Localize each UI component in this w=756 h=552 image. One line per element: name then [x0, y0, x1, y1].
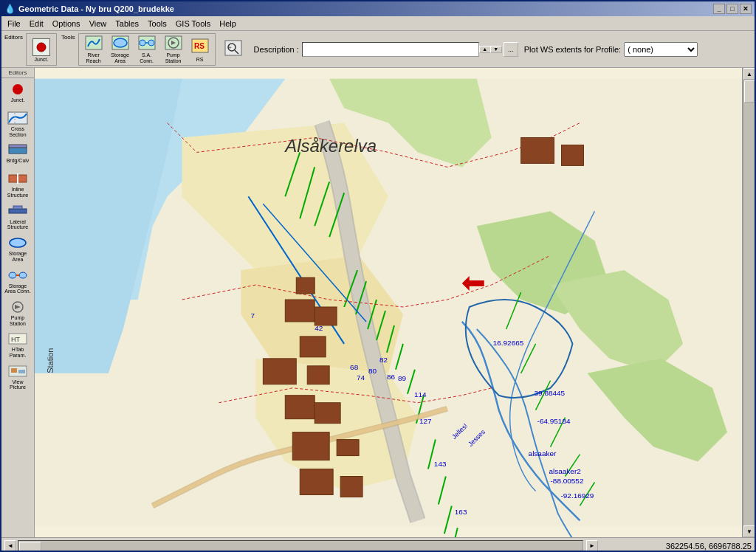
- svg-point-25: [10, 238, 26, 247]
- svg-point-6: [148, 40, 154, 46]
- svg-text:74: 74: [357, 373, 365, 382]
- sidebar-item-view-picture[interactable]: ViewPicture: [3, 362, 32, 393]
- sidebar-item-lateral-structure[interactable]: LateralStructure: [3, 201, 32, 232]
- scroll-right-button[interactable]: ►: [586, 540, 598, 552]
- scroll-left-button[interactable]: ◄: [4, 540, 16, 552]
- sidebar-item-junct[interactable]: Junct.: [3, 80, 32, 108]
- svg-rect-66: [285, 396, 315, 419]
- svg-point-26: [9, 272, 16, 278]
- sidebar-item-inline-structure[interactable]: InlineStructure: [3, 169, 32, 200]
- description-browse[interactable]: ...: [504, 42, 518, 57]
- menu-edit[interactable]: Edit: [25, 18, 48, 30]
- sidebar-item-cross-section[interactable]: CrossSection: [3, 108, 32, 139]
- svg-text:127: 127: [419, 417, 432, 425]
- toolbar-rs[interactable]: RS RS: [187, 35, 213, 65]
- svg-text:42: 42: [315, 324, 323, 332]
- title-bar: 💧 Geometric Data - Ny bru Q200_brudekke …: [1, 1, 755, 16]
- scroll-down-button[interactable]: ▼: [743, 525, 755, 537]
- menu-help[interactable]: Help: [215, 18, 241, 30]
- app-icon: 💧: [4, 4, 16, 14]
- editors-group: Junct.: [26, 33, 57, 66]
- svg-text:-92.16929: -92.16929: [561, 491, 594, 500]
- coordinate-display: 362254.56, 6696788.25: [604, 542, 752, 551]
- svg-text:Alsåkerelva: Alsåkerelva: [284, 136, 377, 156]
- svg-rect-61: [296, 277, 315, 294]
- toolbar-storage-area[interactable]: StorageArea: [107, 35, 134, 65]
- main-area: Editors Junct. Cr: [1, 68, 755, 537]
- svg-text:alsaaker: alsaaker: [529, 449, 557, 458]
- svg-text:163: 163: [455, 508, 467, 516]
- svg-text:143: 143: [434, 460, 447, 468]
- scroll-up-button[interactable]: ▲: [743, 68, 755, 80]
- horizontal-scroll-track[interactable]: [18, 540, 583, 552]
- svg-rect-71: [340, 477, 362, 497]
- svg-text:+: +: [228, 44, 232, 51]
- svg-rect-65: [307, 366, 329, 384]
- svg-text:-64.95184: -64.95184: [537, 417, 571, 425]
- svg-rect-24: [13, 206, 22, 209]
- menu-tables[interactable]: Tables: [111, 18, 143, 30]
- svg-rect-64: [263, 359, 296, 384]
- description-scroll-down[interactable]: ▼: [490, 46, 502, 53]
- svg-text:7: 7: [250, 311, 255, 320]
- sidebar: Editors Junct. Cr: [1, 68, 35, 537]
- sidebar-item-htab-param[interactable]: HT HTabParam.: [3, 329, 32, 360]
- menu-file[interactable]: File: [3, 18, 25, 30]
- svg-point-0: [37, 43, 46, 52]
- menu-gis-tools[interactable]: GIS Tools: [171, 18, 216, 30]
- plot-label: Plot WS extents for Profile:: [524, 45, 621, 54]
- svg-text:89: 89: [398, 374, 407, 382]
- svg-text:HT: HT: [11, 336, 20, 343]
- menu-bar: File Edit Options View Tables Tools GIS …: [1, 16, 755, 31]
- sidebar-item-storage-area-conn[interactable]: StorageArea Conn.: [3, 266, 32, 297]
- svg-rect-69: [337, 440, 359, 456]
- toolbar-river-reach[interactable]: RiverReach: [80, 35, 107, 65]
- svg-rect-20: [9, 145, 27, 148]
- map-container[interactable]: Alsåkerelva 7 42 68 74 80 82 86 89 114 1…: [35, 68, 743, 537]
- editors-label: Editors: [4, 32, 23, 41]
- toolbar-junct[interactable]: Junct.: [28, 35, 55, 65]
- svg-text:86: 86: [387, 373, 396, 381]
- svg-rect-60: [285, 300, 315, 322]
- tools-group: RiverReach StorageArea: [78, 33, 216, 66]
- svg-rect-33: [11, 368, 17, 373]
- svg-text:-88.00552: -88.00552: [551, 477, 584, 485]
- menu-tools[interactable]: Tools: [143, 18, 171, 30]
- scroll-thumb-v[interactable]: [744, 80, 755, 103]
- description-scroll-up[interactable]: ▲: [479, 46, 491, 53]
- svg-rect-63: [300, 337, 326, 357]
- svg-text:RS: RS: [194, 42, 205, 50]
- svg-text:82: 82: [379, 356, 388, 364]
- svg-line-51: [450, 528, 458, 537]
- menu-options[interactable]: Options: [48, 18, 85, 30]
- tools-label: Tools: [61, 32, 75, 41]
- svg-rect-72: [521, 137, 554, 163]
- toolbar: Editors Junct. Tools RiverReach: [1, 31, 755, 68]
- scroll-track-v[interactable]: [743, 80, 755, 525]
- svg-point-3: [114, 38, 127, 47]
- close-button[interactable]: ✕: [740, 4, 752, 14]
- toolbar-pump-station[interactable]: PumpStation: [160, 35, 187, 65]
- svg-text:alsaaker2: alsaaker2: [549, 467, 582, 475]
- svg-text:68: 68: [350, 363, 359, 371]
- description-input[interactable]: [302, 42, 479, 57]
- svg-text:39.88445: 39.88445: [535, 389, 566, 397]
- svg-rect-73: [562, 145, 584, 165]
- menu-view[interactable]: View: [85, 18, 111, 30]
- toolbar-zoom[interactable]: +: [220, 35, 247, 64]
- horizontal-scroll-thumb[interactable]: [19, 542, 41, 552]
- svg-text:16.92665: 16.92665: [493, 339, 524, 347]
- toolbar-sa-conn[interactable]: S.A.Conn.: [134, 35, 160, 65]
- sidebar-item-storage-area[interactable]: StorageArea: [3, 233, 32, 264]
- vertical-scrollbar[interactable]: ▲ ▼: [743, 68, 755, 537]
- sidebar-item-pump-station[interactable]: PumpStation: [3, 297, 32, 328]
- svg-rect-23: [9, 209, 27, 213]
- plot-select[interactable]: ( none): [624, 42, 698, 57]
- minimize-button[interactable]: _: [713, 4, 725, 14]
- sidebar-item-brdg-culv[interactable]: Brdg/Culv: [3, 140, 32, 168]
- svg-point-16: [13, 84, 23, 94]
- window-title: Geometric Data - Ny bru Q200_brudekke: [18, 4, 174, 13]
- svg-rect-19: [9, 148, 27, 153]
- maximize-button[interactable]: □: [726, 4, 738, 14]
- svg-point-5: [140, 40, 145, 46]
